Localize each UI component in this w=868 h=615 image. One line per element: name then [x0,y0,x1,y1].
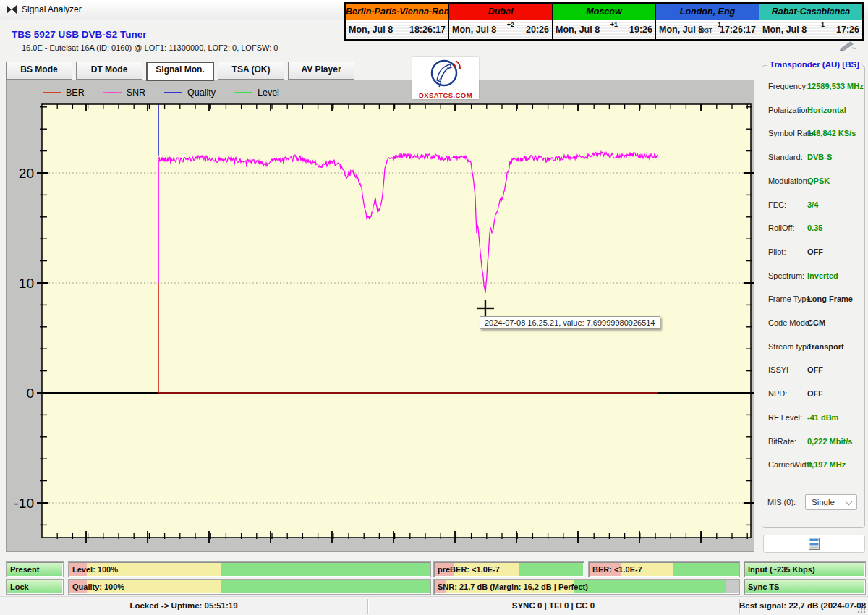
clock-display: Mon, Jul 8+119:26 [553,20,655,39]
statusbar-best-signal: Best signal: 22,7 dB (2024-07-08 16:58) [739,601,855,610]
transponder-row-symbol-rate: Symbol Rate:146,842 KS/s [768,129,860,140]
clock-city: London, Eng [656,4,759,20]
segment-label: Sync TS [748,582,779,591]
clock-utc-offset: -1 [819,21,825,28]
statusbar-uptime: Locked -> Uptime: 05:51:19 [0,601,367,610]
transponder-row-carrierwidth: CarrierWidth:0,197 MHz [768,460,860,472]
svg-text:20: 20 [19,166,34,181]
clock-column-dubai: DubaiMon, Jul 8+220:26 [449,4,553,39]
transponder-row-code-mode: Code Mode:CCM [768,318,860,330]
clock-display: Mon, Jul 8-1DST17:26:17 [656,20,759,39]
badge-present: Present [6,561,64,577]
clock-utc-offset: +2 [507,21,514,28]
clock-utc-offset: +1 [610,21,618,28]
transponder-row-standard: Standard:DVB-S [768,153,860,164]
clock-dst-flag: DST [700,27,712,34]
mis-dropdown[interactable]: Single [805,494,857,510]
transponder-panel: Transponder (AU) [BS] Frequency:12589,53… [762,65,865,528]
field-value: 0.35 [807,224,822,232]
field-label: Code Mode: [768,318,812,327]
stream-list-button[interactable] [763,535,865,553]
transponder-row-pilot: Pilot:OFF [768,247,860,259]
clock-time: 18:26:17 [409,25,446,35]
field-value: Horizontal [807,106,846,114]
field-value: Inverted [807,271,838,280]
clock-date: Mon, Jul 8 [452,25,496,35]
segment-label: BER: <1.0E-7 [592,565,642,574]
field-label: FEC: [768,200,786,209]
field-label: NPD: [768,389,787,398]
field-value: DVB-S [807,153,832,161]
field-label: RollOff: [768,224,794,232]
segment-label: Lock [10,582,29,591]
tab-bs-mode[interactable]: BS Mode [6,62,72,80]
field-value: OFF [807,365,823,374]
field-value: CCM [807,318,825,327]
clock-column-berlin-paris-vienna-roma: Berlin-Paris-Vienna-RomaMon, Jul 818:26:… [346,4,449,39]
clock-time: 17:26:17 [720,25,756,35]
field-value: Transport [807,342,844,351]
field-value: 3/4 [807,200,818,209]
clock-city: Rabat-Casablanca [760,4,862,20]
clock-date: Mon, Jul 8 [762,25,807,35]
clock-date: Mon, Jul 8 [659,25,703,35]
logo-text: DXSATCS.COM [412,91,479,99]
bar-snr-21-7-db-margin-16-2-db-perfect: SNR: 21,7 dB (Margin: 16,2 dB | Perfect) [433,579,740,595]
transponder-row-frequency: Frequency:12589,533 MHz [768,82,860,93]
field-label: Frame Type: [768,294,813,303]
transponder-row-rf-level: RF Level:-41 dBm [768,413,860,425]
field-value: QPSK [807,177,830,185]
segment-label: Quality: 100% [72,582,124,591]
clock-column-rabat-casablanca: Rabat-CasablancaMon, Jul 8-117:26 [760,4,862,39]
segment-label: preBER: <1.0E-7 [438,565,500,574]
field-value: 0,222 Mbit/s [807,437,852,446]
segment-label: Present [10,565,39,574]
transponder-panel-title: Transponder (AU) [BS] [767,60,862,69]
bar-level-100: Level: 100% [68,561,431,577]
clock-time: 19:26 [629,25,652,35]
transponder-row-polarization: Polarization:Horizontal [768,106,860,117]
svg-text:0: 0 [26,386,34,401]
chart-tooltip: 2024-07-08 16.25.21, value: 7,6999998092… [480,316,660,329]
clock-time: 20:26 [526,25,549,35]
svg-text:10: 10 [19,276,34,291]
field-label: Standard: [768,153,803,161]
field-value: OFF [807,247,823,256]
bar-ber-1-0e-7: BER: <1.0E-7 [588,561,740,577]
field-label: ISSYI [768,365,788,374]
resize-grip[interactable] [856,603,866,614]
tuner-title: TBS 5927 USB DVB-S2 Tuner [12,29,147,40]
segment-label: Input (~235 Kbps) [748,565,815,574]
dxsatcs-logo: DXSATCS.COM [412,57,479,99]
tab-tsa-ok[interactable]: TSA (OK) [218,62,284,80]
bar-quality-100: Quality: 100% [68,579,431,595]
field-label: Pilot: [768,247,786,256]
tab-av-player[interactable]: AV Player [288,62,354,80]
field-label: Stream type: [768,342,813,351]
clock-date: Mon, Jul 8 [349,25,393,35]
field-value: 12589,533 MHz [807,82,864,90]
tab-signal-mon[interactable]: Signal Mon. [146,62,214,81]
app-icon [6,4,17,15]
field-value: -41 dBm [807,413,838,422]
transponder-row-rolloff: RollOff:0.35 [768,224,860,235]
mis-row: MIS (0): Single [767,494,861,510]
signature-pen-icon [836,39,858,52]
clock-display: Mon, Jul 8+220:26 [449,20,552,39]
mode-tabs: BS ModeDT ModeSignal Mon.TSA (OK)AV Play… [6,62,354,81]
list-icon [809,538,820,550]
segment-label: Level: 100% [72,565,118,574]
field-label: Frequency: [768,82,808,90]
satellite-dish-logo-icon [429,58,462,90]
clock-display: Mon, Jul 818:26:17 [346,20,448,39]
tab-dt-mode[interactable]: DT Mode [76,62,142,80]
clock-time: 17:26 [836,25,859,35]
field-label: Polarization: [768,106,812,114]
clock-display: Mon, Jul 8-117:26 [760,20,862,39]
field-label: BitRate: [768,437,796,446]
transponder-row-issyi: ISSYIOFF [768,365,860,377]
field-value: Long Frame [807,294,853,303]
status-bar: Locked -> Uptime: 05:51:19 SYNC 0 | TEI … [0,596,868,615]
badge-sync-ts: Sync TS [744,579,866,595]
world-clock-panel: Berlin-Paris-Vienna-RomaMon, Jul 818:26:… [344,2,864,41]
